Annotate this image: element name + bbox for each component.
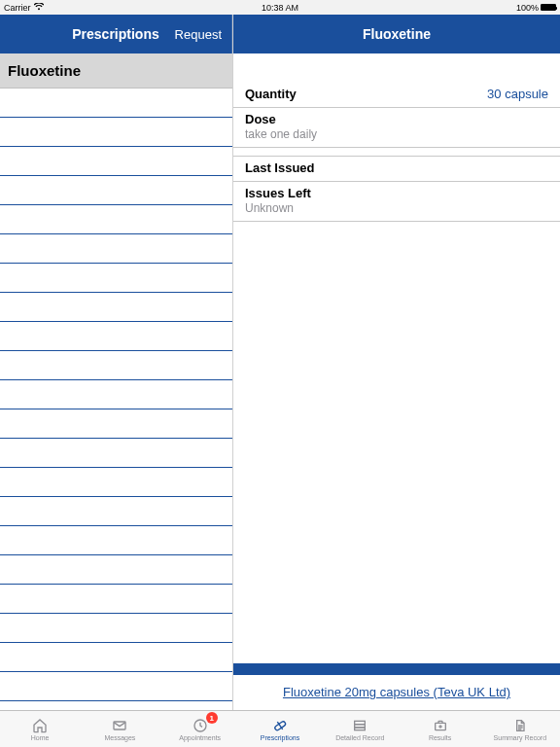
tab-label: Results [429,734,451,741]
tab-label: Detailed Record [335,734,384,741]
list-item[interactable] [0,205,232,234]
tab-prescriptions[interactable]: Prescriptions [240,711,320,747]
list-item[interactable] [0,555,232,585]
list-item[interactable] [0,118,232,147]
detail-dose: Dose take one daily [233,108,560,148]
list-item[interactable] [0,322,232,351]
list-item-label: Fluoxetine [8,62,81,79]
list-item[interactable] [0,147,232,176]
tab-results[interactable]: Results [400,711,479,747]
tab-messages[interactable]: Messages [80,711,159,747]
appointments-badge: 1 [206,712,218,724]
list-item[interactable] [0,614,232,643]
medkit-icon [432,718,449,733]
prescription-list[interactable]: Fluoxetine [0,53,232,710]
detail-last-issued: Last Issued [233,156,560,182]
list-item[interactable] [0,439,232,468]
tab-home[interactable]: Home [0,711,80,747]
right-nav-bar: Fluoxetine [233,15,560,53]
tab-label: Summary Record [494,734,546,741]
list-item[interactable] [0,234,232,264]
list-item[interactable] [0,672,232,701]
svg-rect-6 [355,728,366,730]
request-button[interactable]: Request [175,27,222,42]
battery-pct: 100% [516,3,539,13]
list-item[interactable] [0,176,232,205]
issues-left-label: Issues Left [245,186,311,200]
list-item[interactable] [0,526,232,555]
tab-label: Home [31,734,50,741]
tab-label: Messages [104,734,135,741]
divider-strip [233,663,560,675]
detail-list: Quantity 30 capsule Dose take one daily … [233,83,560,663]
tab-summary-record[interactable]: Summary Record [480,711,560,747]
left-pane: Prescriptions Request Fluoxetine [0,15,233,710]
tab-bar: Home Messages 1 Appointments Prescriptio… [0,710,560,747]
right-pane: Fluoxetine Quantity 30 capsule Dose take… [233,15,560,710]
list-item[interactable] [0,264,232,293]
list-item[interactable] [0,468,232,497]
left-nav-bar: Prescriptions Request [0,15,232,53]
medication-link[interactable]: Fluoxetine 20mg capsules (Teva UK Ltd) [283,685,510,699]
pill-icon [271,718,289,733]
list-item[interactable]: Fluoxetine [0,53,232,89]
last-issued-label: Last Issued [245,160,315,175]
tab-label: Appointments [179,734,221,741]
status-bar: Carrier 10:38 AM 100% [0,0,560,15]
envelope-icon [111,718,128,733]
list-item[interactable] [0,89,232,118]
tab-label: Prescriptions [261,734,299,741]
footer-link-row: Fluoxetine 20mg capsules (Teva UK Ltd) [233,675,560,710]
battery-icon [541,4,556,11]
right-nav-title: Fluoxetine [233,26,560,42]
dose-value: take one daily [245,127,548,141]
quantity-label: Quantity [245,87,297,101]
list-item[interactable] [0,293,232,322]
dose-label: Dose [245,112,276,126]
list-item[interactable] [0,380,232,409]
detail-quantity: Quantity 30 capsule [233,83,560,108]
detail-issues-left: Issues Left Unknown [233,182,560,222]
document-icon [511,718,529,733]
list-item[interactable] [0,351,232,380]
list-item[interactable] [0,497,232,526]
quantity-value: 30 capsule [487,87,548,101]
carrier-label: Carrier [4,3,31,13]
wifi-icon [34,3,44,13]
issues-left-value: Unknown [245,201,548,215]
home-icon [31,718,49,733]
tab-appointments[interactable]: 1 Appointments [160,711,240,747]
list-item[interactable] [0,643,232,672]
list-item[interactable] [0,585,232,614]
tab-detailed-record[interactable]: Detailed Record [320,711,400,747]
list-item[interactable] [0,409,232,439]
drawer-icon [351,718,368,733]
